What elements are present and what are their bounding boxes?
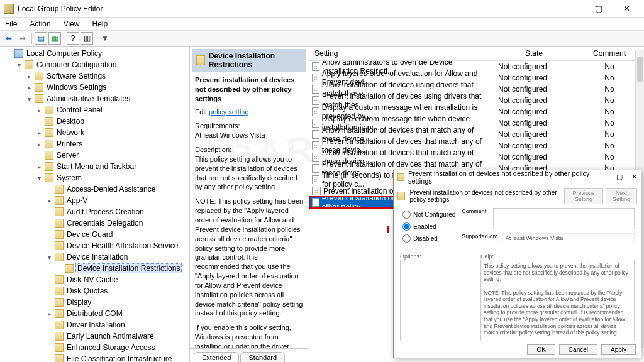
tree-item[interactable]: ▾System — [0, 172, 189, 184]
apply-button[interactable]: Apply — [601, 344, 636, 355]
tree-item[interactable]: Credentials Delegation — [0, 217, 189, 229]
close-button[interactable]: ✕ — [613, 1, 640, 17]
radio-disabled[interactable]: Disabled — [402, 234, 455, 243]
tree-item[interactable]: ▸Control Panel — [0, 104, 189, 116]
dsc-head: Description: — [195, 146, 231, 153]
desc-p2: NOTE: This policy setting has been repla… — [195, 197, 304, 318]
window-title: Local Group Policy Editor — [18, 4, 557, 13]
next-setting-button[interactable]: Next Setting — [606, 188, 637, 204]
toolbar-btn-2[interactable]: ▦ — [48, 32, 61, 45]
tree-item[interactable]: ▸Start Menu and Taskbar — [0, 161, 189, 172]
toolbar-btn-1[interactable]: ▤ — [35, 32, 47, 45]
req-head: Requirements: — [195, 122, 240, 129]
highlight-marker — [387, 226, 389, 233]
supported-text: At least Windows Vista — [502, 233, 635, 243]
back-button[interactable]: ⬅ — [3, 32, 15, 45]
desc-header: Device Installation Restrictions — [192, 49, 306, 72]
dialog-title: Prevent installation of devices not desc… — [408, 170, 593, 185]
tree-item[interactable]: Driver Installation — [0, 319, 189, 331]
menu-file[interactable]: File — [3, 19, 19, 28]
comment-label: Comment: — [462, 208, 488, 214]
tree-item[interactable]: Early Launch Antimalware — [0, 331, 189, 342]
dialog-max[interactable]: ▢ — [616, 173, 623, 181]
tree-item[interactable]: Desktop — [0, 116, 189, 127]
tree-item[interactable]: Enhanced Storage Access — [0, 342, 189, 353]
col-setting[interactable]: Setting — [309, 47, 493, 60]
minimize-button[interactable]: — — [557, 1, 585, 17]
tree-item[interactable]: Server — [0, 150, 189, 161]
edit-label: Edit — [195, 108, 209, 116]
tree-item[interactable]: Local Computer Policy — [0, 48, 189, 59]
dialog-min[interactable]: — — [601, 173, 608, 181]
menu-help[interactable]: Help — [90, 19, 111, 28]
folder-icon — [196, 55, 205, 65]
policy-setting-link[interactable]: policy setting — [209, 108, 249, 116]
tab-standard[interactable]: Standard — [240, 352, 285, 362]
menu-view[interactable]: View — [61, 19, 82, 28]
tree-item[interactable]: Display — [0, 297, 189, 308]
toolbar: ⬅ ➡ ▤ ▦ ? ▥ ▼ — [0, 30, 644, 47]
col-state[interactable]: State — [493, 47, 575, 60]
tabstrip: Extended Standard — [190, 348, 309, 362]
radio-enabled[interactable]: Enabled — [402, 222, 455, 231]
tree-item[interactable]: Disk Quotas — [0, 285, 189, 297]
tree-item[interactable]: ▸Software Settings — [0, 70, 189, 82]
radio-not-configured[interactable]: Not Configured — [402, 211, 455, 219]
app-icon — [4, 4, 14, 14]
options-box — [400, 260, 475, 341]
tree-item[interactable]: Audit Process Creation — [0, 206, 189, 217]
menu-action[interactable]: Action — [27, 19, 53, 28]
forward-button[interactable]: ➡ — [16, 32, 29, 45]
tree-item[interactable]: File Classification Infrastructure — [0, 353, 189, 362]
desc-header-text: Device Installation Restrictions — [209, 52, 303, 69]
desc-p1: This policy setting allows you to preven… — [195, 155, 297, 191]
col-comment[interactable]: Comment — [575, 47, 644, 60]
description-column: Device Installation Restrictions Prevent… — [190, 47, 309, 362]
refresh-button[interactable]: ? — [67, 32, 79, 45]
tree-item[interactable]: ▸Distributed COM — [0, 308, 189, 319]
cancel-button[interactable]: Cancel — [559, 344, 597, 355]
tree-item[interactable]: ▸Windows Settings — [0, 82, 189, 93]
titlebar: Local Group Policy Editor — ▢ ✕ — [0, 0, 644, 18]
maximize-button[interactable]: ▢ — [585, 1, 613, 17]
req-text: At least Windows Vista — [195, 131, 265, 139]
dialog-policy-icon — [397, 192, 405, 200]
tree-item[interactable]: Device Installation Restrictions — [0, 263, 189, 274]
tab-extended[interactable]: Extended — [194, 352, 239, 362]
tree-item[interactable]: ▾Device Installation — [0, 251, 189, 263]
dialog-subtitle: Prevent installation of devices not desc… — [410, 189, 559, 203]
menubar: File Action View Help — [0, 18, 644, 30]
policy-dialog: Prevent installation of devices not desc… — [393, 170, 641, 358]
tree-item[interactable]: Device Guard — [0, 229, 189, 240]
options-label: Options: — [400, 253, 475, 260]
supported-label: Supported on: — [462, 233, 497, 239]
help-box[interactable]: This policy setting allows you to preven… — [480, 260, 635, 341]
help-label: Help: — [480, 253, 635, 260]
comment-input[interactable] — [493, 208, 635, 229]
tree-item[interactable]: ▸App-V — [0, 195, 189, 206]
tree-item[interactable]: ▾Computer Configuration — [0, 59, 189, 70]
dialog-icon — [397, 173, 404, 181]
tree-pane[interactable]: Local Computer Policy▾Computer Configura… — [0, 47, 190, 362]
tree-item[interactable]: ▸Network — [0, 127, 189, 138]
filter-button[interactable]: ▼ — [99, 32, 111, 45]
dialog-close[interactable]: ✕ — [631, 173, 637, 181]
toolbar-btn-3[interactable]: ▥ — [80, 32, 93, 45]
tree-item[interactable]: Device Health Attestation Service — [0, 240, 189, 251]
tree-item[interactable]: Disk NV Cache — [0, 274, 189, 285]
prev-setting-button[interactable]: Previous Setting — [564, 188, 603, 204]
tree-item[interactable]: ▾Administrative Templates — [0, 93, 189, 104]
desc-title: Prevent installation of devices not desc… — [195, 75, 304, 104]
tree-item[interactable]: ▸Printers — [0, 138, 189, 150]
tree-item[interactable]: Access-Denied Assistance — [0, 184, 189, 195]
desc-p3: If you enable this policy setting, Windo… — [195, 323, 304, 348]
ok-button[interactable]: OK — [527, 344, 555, 355]
